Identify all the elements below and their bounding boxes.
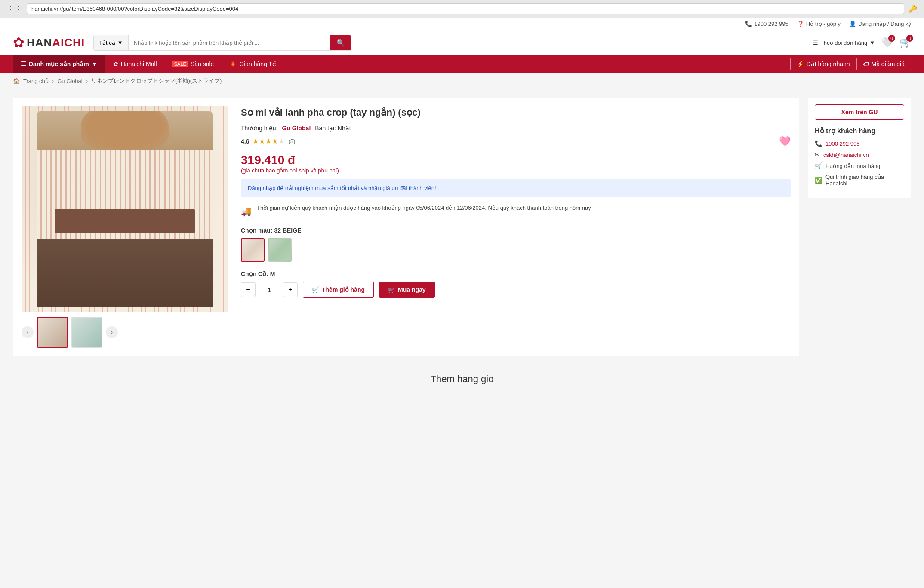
guide-icon: 🛒 <box>815 162 822 169</box>
wishlist-btn[interactable]: 🤍 0 <box>881 37 893 48</box>
login-banner: Đăng nhập để trải nghiệm mua sắm tốt nhấ… <box>241 179 791 198</box>
delivery-info: 🚚 Thời gian dự kiến quý khách nhận được … <box>241 204 791 218</box>
main-content: ‹ › Sơ mi vải lanh pha crop (tay ngắn) (… <box>0 89 924 365</box>
support-phone[interactable]: 📞 1900 292 995 <box>815 140 904 147</box>
nav-quick-order[interactable]: ⚡ Đặt hàng nhanh <box>790 58 856 70</box>
support-shipping[interactable]: ✅ Qui trình giao hàng của Hanaichi <box>815 174 904 187</box>
browser-menu-icon: ⋮⋮ <box>7 4 22 14</box>
mall-icon: ✿ <box>113 61 118 67</box>
rating-score: 4.6 <box>241 138 249 145</box>
bottom-section: Them hang gio <box>0 365 924 393</box>
cart-btn[interactable]: 🛒 0 <box>899 37 911 48</box>
quick-order-icon: ⚡ <box>797 61 804 67</box>
product-info: Sơ mi vải lanh pha crop (tay ngắn) (sọc)… <box>241 106 791 348</box>
delivery-text: Thời gian dự kiến quý khách nhận được hà… <box>257 204 591 213</box>
wishlist-heart-btn[interactable]: 🩷 <box>779 136 791 147</box>
wishlist-badge: 0 <box>888 35 895 42</box>
menu-icon: ☰ <box>813 40 818 46</box>
hamburger-icon: ☰ <box>21 61 26 67</box>
header-actions: ☰ Theo dõi đơn hàng ▼ 🤍 0 🛒 0 <box>813 37 911 48</box>
rating-row: 4.6 ★★★★★ (3) 🩷 <box>241 136 791 147</box>
logo-icon: ✿ <box>13 34 25 51</box>
product-layout: ‹ › Sơ mi vải lanh pha crop (tay ngắn) (… <box>22 106 791 348</box>
main-product-image <box>22 106 228 312</box>
logo-text: HANAICHI <box>27 36 85 49</box>
qty-decrease-btn[interactable]: − <box>241 282 256 297</box>
price-note: (giá chưa bao gồm phí ship và phụ phí) <box>241 167 791 174</box>
color-swatch-green[interactable] <box>268 238 292 262</box>
phone-topbar[interactable]: 📞 1900 292 995 <box>745 21 788 27</box>
thumbnail-row: ‹ › <box>22 317 228 348</box>
search-category-btn[interactable]: Tất cả ▼ <box>94 35 129 50</box>
support-title: Hỗ trợ khách hàng <box>815 127 904 135</box>
search-button[interactable]: 🔍 <box>330 35 351 50</box>
cart-badge: 0 <box>906 35 913 42</box>
sold-at: Bán tại: Nhật <box>315 125 351 132</box>
nav-menu-btn[interactable]: ☰ Danh mục sản phẩm ▼ <box>13 55 105 73</box>
sidebar: Xem trên GU Hỗ trợ khách hàng 📞 1900 292… <box>808 98 911 356</box>
chevron-down-icon: ▼ <box>117 40 123 46</box>
breadcrumb: 🏠 Trang chủ › Gu Global › リネンブレンドクロップドシャ… <box>0 73 924 89</box>
price-main: 319.410 đ <box>241 153 791 167</box>
review-count: (3) <box>288 138 295 144</box>
user-icon: 👤 <box>849 21 856 27</box>
product-section: ‹ › Sơ mi vải lanh pha crop (tay ngắn) (… <box>13 98 799 356</box>
size-label: Chọn Cỡ: M <box>241 270 791 277</box>
shirt-visual <box>22 106 228 312</box>
chevron-down-icon: ▼ <box>869 40 875 46</box>
track-order-btn[interactable]: ☰ Theo dõi đơn hàng ▼ <box>813 40 875 46</box>
browser-key-icon: 🔑 <box>909 5 917 13</box>
color-swatches <box>241 238 791 262</box>
cart-icon: 🛒 <box>312 286 319 293</box>
qty-increase-btn[interactable]: + <box>283 282 298 297</box>
color-label: Chọn màu: 32 BEIGE <box>241 227 791 234</box>
breadcrumb-home[interactable]: Trang chủ <box>23 78 49 84</box>
url-bar[interactable] <box>27 3 904 14</box>
login-topbar[interactable]: 👤 Đăng nhập / Đăng ký <box>849 21 911 27</box>
thumb-prev-btn[interactable]: ‹ <box>22 326 34 338</box>
breadcrumb-sep-2: › <box>86 78 88 84</box>
nav-coupon[interactable]: 🏷 Mã giảm giá <box>856 58 911 70</box>
thumb-next-btn[interactable]: › <box>106 326 118 338</box>
search-input[interactable] <box>129 35 330 50</box>
nav-bar: ☰ Danh mục sản phẩm ▼ ✿ Hanaichi Mall SA… <box>0 55 924 73</box>
tet-icon: 🏮 <box>229 61 237 67</box>
support-email[interactable]: ✉ cskh@hanaichi.vn <box>815 151 904 158</box>
nav-sale[interactable]: SALE Săn sale <box>165 55 222 73</box>
thumb-image-2 <box>72 318 102 347</box>
brand-label: Thương hiệu: <box>241 125 277 132</box>
coupon-icon: 🏷 <box>863 61 869 67</box>
home-icon: 🏠 <box>13 78 20 84</box>
thumbnail-1[interactable] <box>37 317 68 348</box>
header: ✿ HANAICHI Tất cả ▼ 🔍 ☰ Theo dõi đơn hàn… <box>0 30 924 55</box>
brand-link[interactable]: Gu Global <box>282 125 311 132</box>
sale-icon: SALE <box>172 61 188 67</box>
phone-icon: 📞 <box>745 21 752 27</box>
support-topbar[interactable]: ❓ Hỗ trợ - góp ý <box>797 21 841 27</box>
search-bar: Tất cả ▼ 🔍 <box>93 35 351 51</box>
gu-link-btn[interactable]: Xem trên GU <box>815 104 904 120</box>
logo[interactable]: ✿ HANAICHI <box>13 34 85 51</box>
top-bar: 📞 1900 292 995 ❓ Hỗ trợ - góp ý 👤 Đăng n… <box>0 18 924 30</box>
qty-value: 1 <box>261 286 278 294</box>
sidebar-card: Xem trên GU Hỗ trợ khách hàng 📞 1900 292… <box>808 98 911 198</box>
nav-tet[interactable]: 🏮 Gian hàng Tết <box>222 55 286 73</box>
browser-bar: ⋮⋮ 🔑 <box>0 0 924 18</box>
support-guide[interactable]: 🛒 Hướng dẫn mua hàng <box>815 162 904 169</box>
buy-now-btn[interactable]: 🛒 Mua ngay <box>379 282 435 298</box>
thumb-image-1 <box>38 318 67 347</box>
add-to-cart-btn[interactable]: 🛒 Thêm giỏ hàng <box>303 282 374 298</box>
stars: ★★★★★ <box>253 137 285 145</box>
breadcrumb-category[interactable]: Gu Global <box>57 78 83 84</box>
breadcrumb-sep-1: › <box>52 78 54 84</box>
price-section: 319.410 đ (giá chưa bao gồm phí ship và … <box>241 153 791 174</box>
shipping-icon: ✅ <box>815 177 822 184</box>
brand-row: Thương hiệu: Gu Global Bán tại: Nhật <box>241 125 791 132</box>
nav-mall[interactable]: ✿ Hanaichi Mall <box>105 55 165 73</box>
chevron-down-icon: ▼ <box>92 61 98 67</box>
thumbnail-2[interactable] <box>71 317 102 348</box>
email-icon: ✉ <box>815 151 820 158</box>
color-swatch-beige[interactable] <box>241 238 265 262</box>
delivery-icon: 🚚 <box>241 205 252 218</box>
product-title: Sơ mi vải lanh pha crop (tay ngắn) (sọc) <box>241 106 791 119</box>
